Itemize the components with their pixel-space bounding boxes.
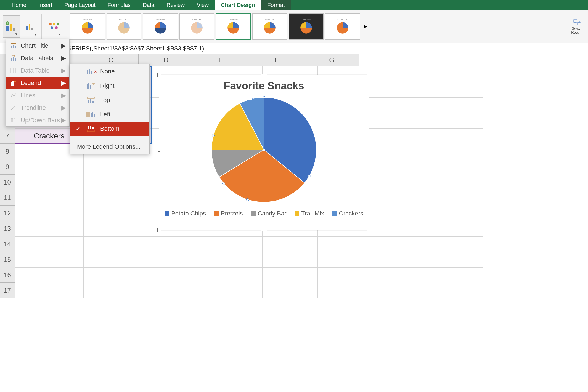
tab-view[interactable]: View (191, 0, 215, 10)
cell[interactable] (373, 175, 428, 190)
cell[interactable] (262, 236, 317, 252)
formula-bar[interactable]: SERIES(,Sheet1!$A$3:$A$7,Sheet1!$B$3:$B$… (0, 43, 588, 54)
cell[interactable] (207, 267, 262, 283)
cell[interactable] (428, 175, 483, 190)
row-header[interactable]: 16 (0, 267, 15, 283)
cell[interactable] (373, 66, 428, 82)
menu-item-legend-top[interactable]: Top (70, 93, 149, 107)
chart-resize-handle[interactable] (157, 73, 161, 77)
cell[interactable] (373, 236, 428, 252)
legend-item[interactable]: Candy Bar (251, 210, 287, 217)
menu-item-legend-left[interactable]: Left (70, 107, 149, 122)
row-header[interactable]: 13 (0, 221, 15, 236)
cell[interactable] (373, 221, 428, 236)
cell[interactable] (15, 206, 83, 221)
row-header[interactable]: 10 (0, 175, 15, 190)
cell[interactable] (317, 283, 373, 298)
menu-item-legend-right[interactable]: Right (70, 79, 149, 93)
add-chart-element-button[interactable]: + ▼ (3, 15, 20, 38)
cell[interactable] (15, 236, 83, 252)
cell[interactable] (428, 267, 483, 283)
cell[interactable] (207, 283, 262, 298)
menu-item-legend[interactable]: Legend▶ (6, 77, 69, 89)
cell[interactable] (428, 190, 483, 206)
cell[interactable] (207, 236, 262, 252)
cell[interactable] (373, 128, 428, 144)
chart-style-7[interactable]: Chart Title (289, 13, 324, 40)
cell[interactable] (83, 267, 152, 283)
chart-legend[interactable]: Potato ChipsPretzelsCandy BarTrail MixCr… (159, 210, 369, 217)
cell[interactable] (15, 159, 83, 175)
tab-home[interactable]: Home (6, 0, 32, 10)
col-header[interactable]: G (304, 54, 359, 66)
chart-object[interactable]: Favorite Snacks Potato ChipsPretzelsCand… (159, 75, 369, 230)
cell[interactable] (373, 144, 428, 159)
chart-resize-handle[interactable] (157, 228, 161, 232)
cell[interactable] (262, 252, 317, 267)
row-header[interactable]: 9 (0, 159, 15, 175)
row-header[interactable]: 15 (0, 252, 15, 267)
cell[interactable] (152, 267, 207, 283)
legend-item[interactable]: Pretzels (214, 210, 243, 217)
cell[interactable] (83, 206, 152, 221)
chart-style-6[interactable]: Chart Title (252, 13, 287, 40)
menu-item-more-legend-options[interactable]: More Legend Options... (70, 140, 149, 154)
cell[interactable] (428, 159, 483, 175)
cell[interactable] (83, 221, 152, 236)
row-header[interactable]: 8 (0, 144, 15, 159)
series-selection-handle[interactable] (308, 175, 311, 177)
cell[interactable] (317, 236, 373, 252)
cell[interactable] (373, 97, 428, 113)
cell[interactable] (317, 252, 373, 267)
pie-chart-plot-area[interactable] (211, 97, 316, 202)
legend-item[interactable]: Trail Mix (295, 210, 324, 217)
tab-review[interactable]: Review (160, 0, 191, 10)
cell[interactable] (373, 252, 428, 267)
cell[interactable] (15, 221, 83, 236)
cell[interactable] (373, 206, 428, 221)
cell[interactable] (428, 97, 483, 113)
cell[interactable] (83, 283, 152, 298)
cell[interactable] (373, 267, 428, 283)
chart-style-8[interactable]: CHART TITLE (325, 13, 360, 40)
tab-format[interactable]: Format (261, 0, 291, 10)
cell[interactable] (373, 283, 428, 298)
row-header[interactable]: 17 (0, 283, 15, 298)
series-selection-handle[interactable] (263, 148, 265, 151)
cell[interactable] (15, 267, 83, 283)
cell[interactable] (373, 113, 428, 128)
change-colors-button[interactable]: ▼ (46, 15, 62, 38)
cell[interactable] (317, 267, 373, 283)
cell[interactable] (83, 252, 152, 267)
switch-row-col-button[interactable]: Switch Row/… (569, 13, 585, 40)
chart-style-2[interactable]: CHART TITLE (107, 13, 141, 40)
cell[interactable] (428, 236, 483, 252)
cell[interactable] (428, 113, 483, 128)
chart-resize-handle[interactable] (367, 73, 370, 77)
cell[interactable] (373, 159, 428, 175)
row-header[interactable]: 14 (0, 236, 15, 252)
chart-styles-more-button[interactable]: ▶ (362, 13, 369, 40)
cell[interactable] (262, 283, 317, 298)
series-selection-handle[interactable] (263, 96, 265, 99)
series-selection-handle[interactable] (212, 134, 215, 137)
cell[interactable] (428, 283, 483, 298)
cell[interactable] (373, 82, 428, 97)
menu-item-legend-bottom[interactable]: ✓ Bottom (70, 122, 149, 136)
tab-data[interactable]: Data (137, 0, 160, 10)
cell[interactable] (428, 144, 483, 159)
cell[interactable] (15, 252, 83, 267)
cell[interactable] (428, 82, 483, 97)
legend-item[interactable]: Crackers (332, 210, 363, 217)
cell[interactable] (15, 190, 83, 206)
chart-resize-handle[interactable] (158, 151, 160, 158)
cell[interactable] (262, 267, 317, 283)
cell[interactable] (428, 221, 483, 236)
cell[interactable] (83, 175, 152, 190)
chart-style-5[interactable]: Chart Title (216, 13, 251, 40)
cell[interactable] (207, 252, 262, 267)
tab-chart-design[interactable]: Chart Design (215, 0, 261, 10)
tab-page-layout[interactable]: Page Layout (58, 0, 101, 10)
cell[interactable] (428, 206, 483, 221)
row-header[interactable]: 12 (0, 206, 15, 221)
